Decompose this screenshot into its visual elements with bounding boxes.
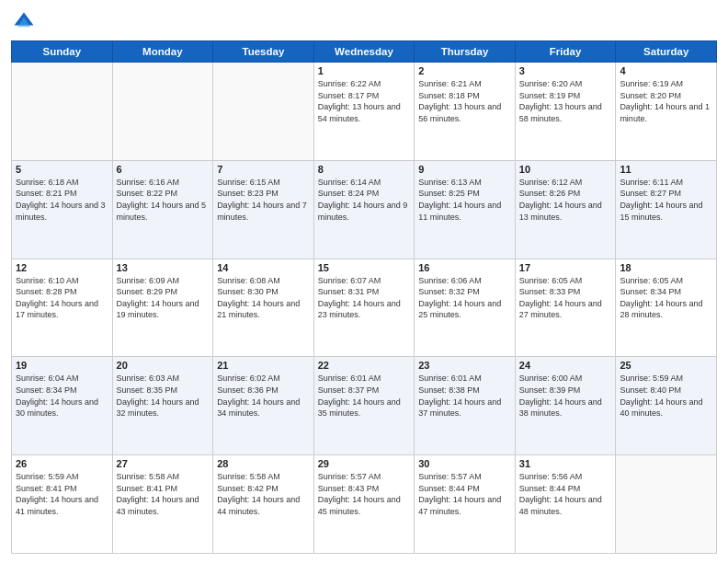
day-info: Sunrise: 6:00 AM Sunset: 8:39 PM Dayligh… <box>519 373 612 419</box>
day-info: Sunrise: 5:56 AM Sunset: 8:44 PM Dayligh… <box>519 471 612 517</box>
calendar-day-cell: 11Sunrise: 6:11 AM Sunset: 8:27 PM Dayli… <box>616 160 717 259</box>
day-number: 16 <box>418 262 511 273</box>
day-info: Sunrise: 6:16 AM Sunset: 8:22 PM Dayligh… <box>117 177 210 223</box>
day-number: 22 <box>318 360 411 371</box>
day-info: Sunrise: 5:57 AM Sunset: 8:44 PM Dayligh… <box>418 471 511 517</box>
day-number: 1 <box>318 65 411 76</box>
day-number: 12 <box>16 262 108 273</box>
day-number: 20 <box>117 360 210 371</box>
day-number: 6 <box>117 164 210 175</box>
calendar-day-cell: 5Sunrise: 6:18 AM Sunset: 8:21 PM Daylig… <box>12 160 113 259</box>
day-info: Sunrise: 6:19 AM Sunset: 8:20 PM Dayligh… <box>620 78 712 124</box>
calendar-day-cell: 31Sunrise: 5:56 AM Sunset: 8:44 PM Dayli… <box>515 455 616 554</box>
calendar-day-cell: 15Sunrise: 6:07 AM Sunset: 8:31 PM Dayli… <box>313 259 415 357</box>
calendar-day-cell: 28Sunrise: 5:58 AM Sunset: 8:42 PM Dayli… <box>213 455 314 554</box>
day-number: 19 <box>16 360 108 371</box>
day-info: Sunrise: 6:13 AM Sunset: 8:25 PM Dayligh… <box>418 177 511 223</box>
calendar-table: SundayMondayTuesdayWednesdayThursdayFrid… <box>11 40 717 554</box>
day-number: 15 <box>318 262 411 273</box>
weekday-header-row: SundayMondayTuesdayWednesdayThursdayFrid… <box>12 41 717 63</box>
calendar-day-cell: 13Sunrise: 6:09 AM Sunset: 8:29 PM Dayli… <box>112 259 213 357</box>
day-info: Sunrise: 6:10 AM Sunset: 8:28 PM Dayligh… <box>16 275 108 321</box>
day-info: Sunrise: 6:01 AM Sunset: 8:38 PM Dayligh… <box>418 373 511 419</box>
day-info: Sunrise: 6:14 AM Sunset: 8:24 PM Dayligh… <box>318 177 411 223</box>
calendar-day-cell: 23Sunrise: 6:01 AM Sunset: 8:38 PM Dayli… <box>415 357 516 455</box>
calendar-day-cell <box>213 63 314 161</box>
header <box>11 9 717 35</box>
day-number: 3 <box>519 65 612 76</box>
day-info: Sunrise: 6:22 AM Sunset: 8:17 PM Dayligh… <box>318 78 411 124</box>
calendar-day-cell: 1Sunrise: 6:22 AM Sunset: 8:17 PM Daylig… <box>313 63 415 161</box>
day-number: 31 <box>519 458 612 469</box>
calendar-day-cell: 12Sunrise: 6:10 AM Sunset: 8:28 PM Dayli… <box>12 259 113 357</box>
day-number: 26 <box>16 458 108 469</box>
day-number: 2 <box>418 65 511 76</box>
calendar-day-cell: 20Sunrise: 6:03 AM Sunset: 8:35 PM Dayli… <box>112 357 213 455</box>
calendar-day-cell: 25Sunrise: 5:59 AM Sunset: 8:40 PM Dayli… <box>616 357 717 455</box>
calendar-day-cell: 24Sunrise: 6:00 AM Sunset: 8:39 PM Dayli… <box>515 357 616 455</box>
calendar-week-row: 1Sunrise: 6:22 AM Sunset: 8:17 PM Daylig… <box>12 63 717 161</box>
day-info: Sunrise: 6:03 AM Sunset: 8:35 PM Dayligh… <box>117 373 210 419</box>
day-info: Sunrise: 6:02 AM Sunset: 8:36 PM Dayligh… <box>217 373 310 419</box>
weekday-header: Sunday <box>12 41 113 63</box>
weekday-header: Monday <box>112 41 213 63</box>
day-number: 30 <box>418 458 511 469</box>
day-number: 28 <box>217 458 310 469</box>
day-info: Sunrise: 6:01 AM Sunset: 8:37 PM Dayligh… <box>318 373 411 419</box>
calendar-day-cell: 26Sunrise: 5:59 AM Sunset: 8:41 PM Dayli… <box>12 455 113 554</box>
day-number: 24 <box>519 360 612 371</box>
calendar-day-cell <box>12 63 113 161</box>
day-info: Sunrise: 5:59 AM Sunset: 8:40 PM Dayligh… <box>620 373 712 419</box>
logo-icon <box>11 9 37 35</box>
calendar-week-row: 19Sunrise: 6:04 AM Sunset: 8:34 PM Dayli… <box>12 357 717 455</box>
calendar-week-row: 5Sunrise: 6:18 AM Sunset: 8:21 PM Daylig… <box>12 160 717 259</box>
day-info: Sunrise: 6:06 AM Sunset: 8:32 PM Dayligh… <box>418 275 511 321</box>
day-number: 9 <box>418 164 511 175</box>
day-info: Sunrise: 6:04 AM Sunset: 8:34 PM Dayligh… <box>16 373 108 419</box>
calendar-day-cell <box>112 63 213 161</box>
day-number: 11 <box>620 164 712 175</box>
day-number: 27 <box>117 458 210 469</box>
day-info: Sunrise: 6:09 AM Sunset: 8:29 PM Dayligh… <box>117 275 210 321</box>
day-number: 10 <box>519 164 612 175</box>
weekday-header: Thursday <box>415 41 516 63</box>
day-number: 14 <box>217 262 310 273</box>
calendar-day-cell: 6Sunrise: 6:16 AM Sunset: 8:22 PM Daylig… <box>112 160 213 259</box>
day-info: Sunrise: 6:12 AM Sunset: 8:26 PM Dayligh… <box>519 177 612 223</box>
calendar-day-cell: 3Sunrise: 6:20 AM Sunset: 8:19 PM Daylig… <box>515 63 616 161</box>
day-info: Sunrise: 6:08 AM Sunset: 8:30 PM Dayligh… <box>217 275 310 321</box>
calendar-day-cell: 4Sunrise: 6:19 AM Sunset: 8:20 PM Daylig… <box>616 63 717 161</box>
day-number: 21 <box>217 360 310 371</box>
day-number: 17 <box>519 262 612 273</box>
calendar-day-cell: 9Sunrise: 6:13 AM Sunset: 8:25 PM Daylig… <box>415 160 516 259</box>
day-number: 13 <box>117 262 210 273</box>
calendar-day-cell: 17Sunrise: 6:05 AM Sunset: 8:33 PM Dayli… <box>515 259 616 357</box>
calendar-day-cell: 22Sunrise: 6:01 AM Sunset: 8:37 PM Dayli… <box>313 357 415 455</box>
logo <box>11 9 40 35</box>
calendar-day-cell: 29Sunrise: 5:57 AM Sunset: 8:43 PM Dayli… <box>313 455 415 554</box>
calendar-day-cell: 19Sunrise: 6:04 AM Sunset: 8:34 PM Dayli… <box>12 357 113 455</box>
day-number: 5 <box>16 164 108 175</box>
day-number: 8 <box>318 164 411 175</box>
day-info: Sunrise: 6:20 AM Sunset: 8:19 PM Dayligh… <box>519 78 612 124</box>
day-info: Sunrise: 5:58 AM Sunset: 8:41 PM Dayligh… <box>117 471 210 517</box>
calendar-day-cell: 14Sunrise: 6:08 AM Sunset: 8:30 PM Dayli… <box>213 259 314 357</box>
day-number: 25 <box>620 360 712 371</box>
day-info: Sunrise: 5:57 AM Sunset: 8:43 PM Dayligh… <box>318 471 411 517</box>
day-info: Sunrise: 6:21 AM Sunset: 8:18 PM Dayligh… <box>418 78 511 124</box>
calendar-week-row: 26Sunrise: 5:59 AM Sunset: 8:41 PM Dayli… <box>12 455 717 554</box>
day-info: Sunrise: 5:58 AM Sunset: 8:42 PM Dayligh… <box>217 471 310 517</box>
day-info: Sunrise: 6:05 AM Sunset: 8:33 PM Dayligh… <box>519 275 612 321</box>
day-number: 4 <box>620 65 712 76</box>
calendar-day-cell: 21Sunrise: 6:02 AM Sunset: 8:36 PM Dayli… <box>213 357 314 455</box>
calendar-day-cell: 30Sunrise: 5:57 AM Sunset: 8:44 PM Dayli… <box>415 455 516 554</box>
page: SundayMondayTuesdayWednesdayThursdayFrid… <box>0 0 728 563</box>
weekday-header: Tuesday <box>213 41 314 63</box>
day-number: 18 <box>620 262 712 273</box>
calendar-day-cell: 10Sunrise: 6:12 AM Sunset: 8:26 PM Dayli… <box>515 160 616 259</box>
calendar-day-cell: 2Sunrise: 6:21 AM Sunset: 8:18 PM Daylig… <box>415 63 516 161</box>
calendar-day-cell: 7Sunrise: 6:15 AM Sunset: 8:23 PM Daylig… <box>213 160 314 259</box>
weekday-header: Friday <box>515 41 616 63</box>
day-number: 7 <box>217 164 310 175</box>
weekday-header: Saturday <box>616 41 717 63</box>
